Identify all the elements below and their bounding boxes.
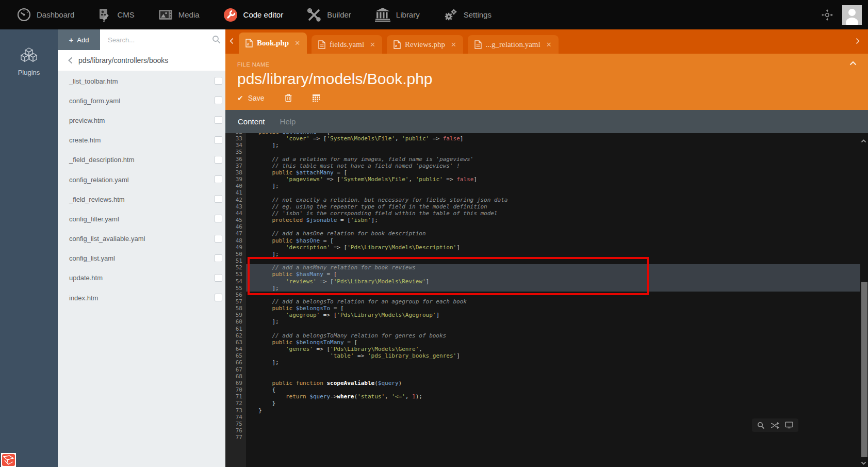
add-button[interactable]: + Add	[58, 29, 100, 50]
add-button-label: Add	[77, 36, 89, 44]
editor-replace-icon[interactable]	[771, 422, 779, 429]
settings-icon	[444, 8, 458, 22]
file-row-preview-htm[interactable]: preview.htm	[58, 110, 225, 130]
calendar-icon[interactable]	[312, 93, 320, 102]
file-checkbox[interactable]	[215, 77, 222, 85]
file-row-field-description-htm[interactable]: _field_description.htm	[58, 150, 225, 170]
code-line-60: 60 ];	[225, 318, 868, 325]
scroll-down-icon[interactable]	[861, 461, 866, 465]
tab-close-icon[interactable]: ✕	[294, 39, 300, 47]
editor-tab-fields-yaml[interactable]: fields.yaml ✕	[312, 35, 382, 54]
file-row-update-htm[interactable]: update.htm	[58, 268, 225, 288]
file-checkbox[interactable]	[215, 175, 222, 183]
tab-close-icon[interactable]: ✕	[370, 41, 375, 49]
tab-content[interactable]: Content	[238, 117, 265, 126]
editor-tab-reviews-php[interactable]: ø Reviews.php ✕	[387, 35, 463, 54]
scrollbar-thumb[interactable]	[861, 282, 867, 457]
line-number: 56	[225, 292, 242, 298]
file-row-config-relation-yaml[interactable]: config_relation.yaml	[58, 170, 225, 189]
tab-label: ...g_relation.yaml	[486, 40, 541, 49]
line-number: 50	[225, 251, 242, 257]
nav-item-media[interactable]: Media	[146, 0, 211, 29]
move-icon[interactable]	[822, 9, 833, 21]
file-checkbox[interactable]	[215, 274, 222, 282]
search-input[interactable]	[100, 29, 225, 50]
file-row-field-reviews-htm[interactable]: _field_reviews.htm	[58, 189, 225, 209]
file-checkbox[interactable]	[215, 195, 222, 203]
code-line-42: 42 // not exactly a relation, but necess…	[225, 197, 868, 203]
line-number: 70	[225, 387, 242, 393]
line-number: 67	[225, 366, 242, 373]
sidebar-item-plugins[interactable]: Plugins	[0, 45, 58, 76]
file-row-config-list-avaliable-yaml[interactable]: config_list_avaliable.yaml	[58, 229, 225, 249]
user-avatar[interactable]	[842, 5, 862, 25]
breadcrumb-back-icon[interactable]	[68, 57, 73, 64]
editor-pane: ø Book.php ✕ fields.yaml ✕ø Reviews.php …	[225, 29, 868, 467]
line-number: 68	[225, 373, 242, 380]
file-checkbox[interactable]	[215, 116, 222, 124]
nav-item-label: Code editor	[243, 10, 284, 19]
search-box	[100, 29, 225, 50]
line-number: 60	[225, 318, 242, 325]
file-row-create-htm[interactable]: create.htm	[58, 131, 225, 150]
scroll-up-icon[interactable]	[861, 139, 866, 143]
code-line-47: 47 // add a hasOne relation for book des…	[225, 230, 868, 237]
file-checkbox[interactable]	[215, 96, 222, 104]
top-nav-right	[822, 5, 868, 25]
code-line-56: 56	[225, 292, 868, 298]
tab-close-icon[interactable]: ✕	[546, 41, 552, 49]
file-checkbox[interactable]	[215, 254, 222, 262]
line-number: 35	[225, 149, 242, 155]
tab-label: Reviews.php	[405, 40, 445, 49]
file-row-list-toolbar-htm[interactable]: _list_toolbar.htm	[58, 71, 225, 91]
php-file-icon: ø	[394, 40, 401, 49]
nav-item-settings[interactable]: Settings	[432, 0, 503, 29]
delete-icon[interactable]	[285, 93, 292, 102]
file-checkbox[interactable]	[215, 215, 222, 222]
editor-tab-bar: ø Book.php ✕ fields.yaml ✕ø Reviews.php …	[225, 29, 868, 54]
file-row-index-htm[interactable]: index.htm	[58, 288, 225, 308]
line-number: 74	[225, 414, 242, 421]
tab-scroll-right-icon[interactable]	[856, 38, 860, 44]
code-line-51: 51	[225, 257, 868, 264]
save-button[interactable]: ✔ Save	[237, 94, 265, 102]
file-checkbox[interactable]	[215, 156, 222, 164]
nav-item-code-editor[interactable]: Code editor	[211, 0, 296, 29]
line-number: 62	[225, 332, 242, 339]
collapse-header-icon[interactable]	[849, 61, 857, 66]
nav-item-cms[interactable]: CMS	[86, 0, 146, 29]
editor-tab-g-relation-yaml[interactable]: ...g_relation.yaml ✕	[468, 35, 559, 54]
editor-fullscreen-icon[interactable]	[785, 422, 793, 429]
nav-item-builder[interactable]: Builder	[295, 0, 363, 29]
code-line-65: 65 'table' => 'pds_library_books_genres'…	[225, 352, 868, 359]
tab-help[interactable]: Help	[280, 117, 296, 126]
save-button-label: Save	[248, 94, 265, 102]
file-name: _field_reviews.htm	[69, 196, 125, 203]
nav-item-library[interactable]: Library	[363, 0, 432, 29]
code-line-48: 48 public $hasOne = [	[225, 237, 868, 244]
file-name: config_form.yaml	[69, 97, 120, 105]
line-number: 66	[225, 359, 242, 366]
line-number: 69	[225, 380, 242, 387]
nav-item-label: Library	[396, 10, 420, 19]
file-row-config-list-yaml[interactable]: config_list.yaml	[58, 249, 225, 268]
code-line-34: 34 ];	[225, 142, 868, 149]
code-line-55: 55 ];	[225, 285, 868, 292]
file-checkbox[interactable]	[215, 235, 222, 243]
file-name: config_relation.yaml	[69, 176, 129, 184]
code-line-63: 63 public $belongsToMany = [	[225, 339, 868, 346]
file-row-config-filter-yaml[interactable]: config_filter.yaml	[58, 209, 225, 229]
tab-close-icon[interactable]: ✕	[451, 41, 456, 49]
editor-tab-book-php[interactable]: ø Book.php ✕	[239, 33, 307, 54]
tab-scroll-left-icon[interactable]	[230, 38, 234, 44]
code-editor[interactable]: 32public $attachOne = [33 'cover' => ['S…	[225, 133, 868, 467]
yaml-file-icon	[474, 40, 482, 49]
code-line-61: 61	[225, 326, 868, 332]
file-row-config-form-yaml[interactable]: config_form.yaml	[58, 91, 225, 110]
file-checkbox[interactable]	[215, 294, 222, 301]
editor-search-icon[interactable]	[757, 422, 765, 429]
file-checkbox[interactable]	[215, 136, 222, 144]
dashboard-icon	[17, 8, 31, 22]
nav-item-dashboard[interactable]: Dashboard	[5, 0, 86, 29]
tab-label: fields.yaml	[330, 40, 364, 49]
